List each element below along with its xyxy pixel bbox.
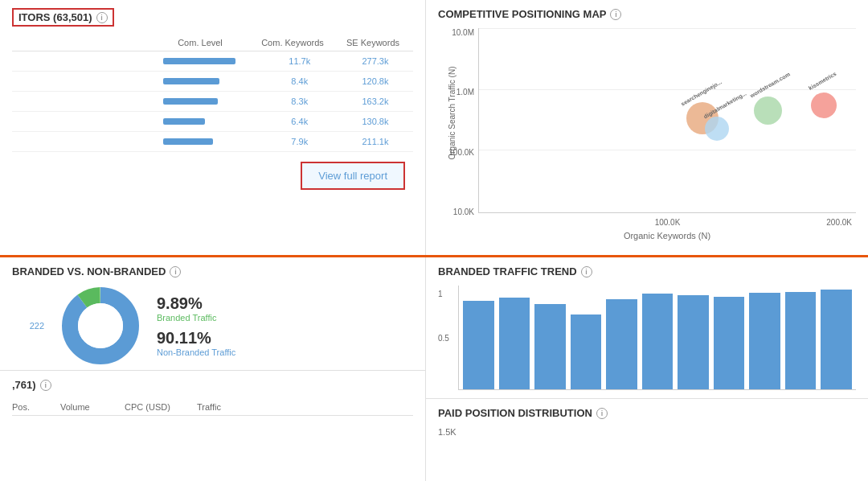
nonbranded-label: Non-Branded Traffic xyxy=(157,347,235,357)
branded-left-value: 222 xyxy=(12,321,44,331)
branded-content: 222 9.89% Br xyxy=(12,286,413,366)
col-level-header: Com. Level xyxy=(148,38,252,47)
col-se-header: SE Keywords xyxy=(333,38,413,47)
y-tick-4: 10.0K xyxy=(453,208,474,216)
donut-svg xyxy=(60,286,141,366)
col-pos-header: Pos. xyxy=(12,402,60,412)
branded-percent-block: 9.89% Branded Traffic xyxy=(157,294,235,323)
bottom-info-icon[interactable]: i xyxy=(40,380,51,391)
bottom-title-text: ,761) xyxy=(12,379,36,391)
se-keywords-value[interactable]: 163.2k xyxy=(338,97,413,106)
table-row: 6.4k 130.8k xyxy=(12,112,413,132)
branded-stats: 9.89% Branded Traffic 90.11% Non-Branded… xyxy=(157,294,235,357)
progress-bar-container xyxy=(163,58,261,64)
paid-dist-title: PAID POSITION DISTRIBUTION i xyxy=(438,407,856,419)
donut-chart xyxy=(60,286,141,366)
progress-bar-container xyxy=(163,78,261,84)
bubble-kissmetrics: kissmetrics xyxy=(811,92,837,118)
progress-bar xyxy=(163,98,218,105)
se-keywords-value[interactable]: 130.8k xyxy=(338,117,413,126)
bottom-left-paid: ,761) i Pos. Volume CPC (USD) Traffic xyxy=(0,370,425,481)
x-tick-1: 100.0K xyxy=(655,218,681,227)
bar-1 xyxy=(463,301,494,389)
com-keywords-value[interactable]: 7.9k xyxy=(262,137,338,146)
col-traffic-header: Traffic xyxy=(197,402,261,412)
bar-2 xyxy=(499,298,530,389)
table-row: 8.4k 120.8k xyxy=(12,72,413,92)
branded-trend-title: BRANDED TRAFFIC TREND i xyxy=(438,265,856,278)
competitive-map-info-icon[interactable]: i xyxy=(610,9,621,20)
branded-trend-title-text: BRANDED TRAFFIC TREND xyxy=(438,265,577,278)
branded-label: Branded Traffic xyxy=(157,313,235,323)
progress-bar-container xyxy=(163,138,261,145)
se-keywords-value[interactable]: 277.3k xyxy=(338,56,413,66)
branded-panel: BRANDED VS. NON-BRANDED i 222 xyxy=(0,257,425,370)
branded-trend-info-icon[interactable]: i xyxy=(581,266,592,278)
competitors-title: ITORS (63,501) i xyxy=(12,8,413,27)
progress-bar-container xyxy=(163,98,261,105)
competitive-map-title-text: COMPETITIVE POSITIONING MAP xyxy=(438,8,606,20)
bar-chart-inner xyxy=(458,286,856,390)
trend-chart: 1 0.5 xyxy=(438,286,856,390)
bubble-digital: digitalmarketing... xyxy=(705,117,729,141)
competitive-map-panel: COMPETITIVE POSITIONING MAP i 10.0M 1.0M… xyxy=(426,0,868,255)
bar-4 xyxy=(571,314,602,389)
com-keywords-value[interactable]: 8.3k xyxy=(262,97,338,106)
col-cpc-header: CPC (USD) xyxy=(125,402,197,412)
branded-title: BRANDED VS. NON-BRANDED i xyxy=(12,265,413,278)
col-keywords-header: Com. Keywords xyxy=(252,38,333,47)
paid-dist-title-text: PAID POSITION DISTRIBUTION xyxy=(438,407,592,419)
trend-y-05: 0.5 xyxy=(438,334,449,343)
table-row: 11.7k 277.3k xyxy=(12,51,413,72)
bar-6 xyxy=(642,294,674,389)
com-keywords-value[interactable]: 11.7k xyxy=(262,56,338,66)
table-header: Com. Level Com. Keywords SE Keywords xyxy=(12,35,413,51)
com-keywords-value[interactable]: 6.4k xyxy=(262,117,338,126)
paid-distribution-panel: PAID POSITION DISTRIBUTION i 1.5K xyxy=(426,399,868,481)
competitors-title-text: ITORS (63,501) xyxy=(18,11,92,23)
y-tick-2: 1.0M xyxy=(457,88,474,97)
view-report-container: View full report xyxy=(12,162,413,190)
bottom-left-title: ,761) i xyxy=(12,379,413,391)
bubble-label-searchengine: searchenginejo... xyxy=(680,79,723,107)
bubble-label-kissmetrics: kissmetrics xyxy=(808,71,837,91)
se-keywords-value[interactable]: 120.8k xyxy=(338,76,413,86)
branded-info-icon[interactable]: i xyxy=(170,266,181,278)
y-axis-label: Organic Search Traffic (N) xyxy=(448,67,457,160)
progress-bar xyxy=(163,118,205,125)
bubble-wordstream: wordstream.com xyxy=(754,97,782,125)
branded-percent: 9.89% xyxy=(157,294,235,313)
table-row: 7.9k 211.1k xyxy=(12,132,413,152)
x-tick-2: 200.0K xyxy=(826,218,852,227)
paid-dist-y-label: 1.5K xyxy=(438,427,856,437)
progress-bar xyxy=(163,78,219,84)
svg-point-2 xyxy=(78,303,123,348)
progress-bar xyxy=(163,58,235,64)
bar-5 xyxy=(606,299,637,389)
bar-7 xyxy=(678,295,709,389)
com-keywords-value[interactable]: 8.4k xyxy=(262,76,338,86)
col-vol-header: Volume xyxy=(60,402,125,412)
branded-title-text: BRANDED VS. NON-BRANDED xyxy=(12,265,166,278)
nonbranded-percent: 90.11% xyxy=(157,329,235,347)
x-axis-label: Organic Keywords (N) xyxy=(478,231,856,240)
branded-trend-panel: BRANDED TRAFFIC TREND i 1 0.5 xyxy=(426,257,868,399)
nonbranded-percent-block: 90.11% Non-Branded Traffic xyxy=(157,329,235,357)
bubble-label-wordstream: wordstream.com xyxy=(749,71,791,98)
competitors-title-box: ITORS (63,501) i xyxy=(12,8,114,27)
table-row: 8.3k 163.2k xyxy=(12,92,413,112)
bar-3 xyxy=(534,304,566,389)
competitors-table: Com. Level Com. Keywords SE Keywords 11.… xyxy=(12,35,413,152)
progress-bar-container xyxy=(163,118,261,125)
bar-11 xyxy=(821,290,852,389)
competitive-map-title: COMPETITIVE POSITIONING MAP i xyxy=(438,8,856,20)
view-full-report-button[interactable]: View full report xyxy=(301,162,405,190)
paid-table-header: Pos. Volume CPC (USD) Traffic xyxy=(12,399,413,416)
se-keywords-value[interactable]: 211.1k xyxy=(338,137,413,146)
bar-8 xyxy=(714,297,745,389)
paid-dist-info-icon[interactable]: i xyxy=(596,408,608,419)
trend-y-1: 1 xyxy=(438,290,443,298)
progress-bar xyxy=(163,138,213,145)
competitors-info-icon[interactable]: i xyxy=(96,12,108,23)
y-tick-1: 10.0M xyxy=(452,28,474,37)
